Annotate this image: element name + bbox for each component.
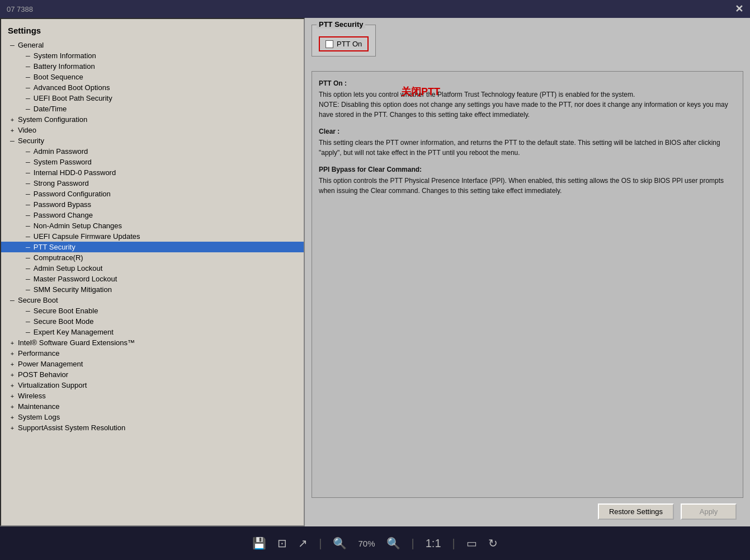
tree-label-battery-information: Battery Information: [34, 62, 95, 70]
tree-item-performance[interactable]: +Performance: [1, 348, 304, 359]
tree-label-post-behavior: POST Behavior: [18, 370, 68, 379]
tree-item-strong-password[interactable]: ─Strong Password: [1, 178, 304, 189]
dash-smm-security-mitigation: ─: [26, 286, 30, 293]
dash-password-bypass: ─: [26, 201, 30, 208]
tree-item-secure-boot[interactable]: ─Secure Boot: [1, 295, 304, 305]
save-icon[interactable]: 💾: [252, 537, 266, 550]
share-icon[interactable]: ↗: [298, 537, 308, 550]
tree-label-date-time: Date/Time: [34, 105, 67, 113]
expand-icon-intel-sge: +: [8, 340, 17, 346]
tree-item-intel-sge[interactable]: +Intel® Software Guard Extensions™: [1, 337, 304, 348]
tree-item-secure-boot-mode[interactable]: ─Secure Boot Mode: [1, 316, 304, 327]
divider-1: |: [319, 537, 322, 550]
one-to-one-icon[interactable]: 1:1: [426, 537, 441, 550]
dash-secure-boot-enable: ─: [26, 308, 30, 314]
tree-label-system-logs: System Logs: [18, 413, 60, 421]
tree-label-password-configuration: Password Configuration: [34, 190, 111, 198]
tree-item-wireless[interactable]: +Wireless: [1, 390, 304, 401]
tree-label-uefi-capsule-firmware-updates: UEFI Capsule Firmware Updates: [34, 232, 140, 241]
dash-admin-password: ─: [26, 148, 30, 155]
restore-settings-button[interactable]: Restore Settings: [598, 503, 674, 520]
tree-item-system-information[interactable]: ─System Information: [1, 50, 304, 61]
ptt-security-group: PTT Security PTT On: [312, 25, 376, 57]
desc-text: This option controls the PTT Physical Pr…: [319, 176, 736, 196]
expand-icon-video: +: [8, 127, 17, 134]
tree-item-non-admin-setup-changes[interactable]: ─Non-Admin Setup Changes: [1, 220, 304, 231]
tree-label-non-admin-setup-changes: Non-Admin Setup Changes: [34, 222, 122, 230]
tree-item-uefi-boot-path-security[interactable]: ─UEFI Boot Path Security: [1, 93, 304, 103]
desc-section: PPI Bypass for Clear Command: This optio…: [319, 164, 736, 196]
desc-title: PPI Bypass for Clear Command:: [319, 164, 736, 175]
desc-text: This setting clears the PTT owner inform…: [319, 138, 736, 158]
tree-item-system-password[interactable]: ─System Password: [1, 157, 304, 167]
desc-title: PTT On :: [319, 78, 736, 88]
tree-item-internal-hdd-0-password[interactable]: ─Internal HDD-0 Password: [1, 167, 304, 178]
tree-item-security[interactable]: ─Security: [1, 135, 304, 146]
tree-item-master-password-lockout[interactable]: ─Master Password Lockout: [1, 274, 304, 284]
tree-item-date-time[interactable]: ─Date/Time: [1, 103, 304, 114]
expand-icon-performance: +: [8, 350, 17, 357]
tree-label-password-bypass: Password Bypass: [34, 200, 91, 209]
dash-non-admin-setup-changes: ─: [26, 223, 30, 229]
settings-title: Settings: [1, 23, 304, 37]
tree-item-password-configuration[interactable]: ─Password Configuration: [1, 189, 304, 199]
tree-item-expert-key-management[interactable]: ─Expert Key Management: [1, 327, 304, 337]
tree-item-advanced-boot-options[interactable]: ─Advanced Boot Options: [1, 82, 304, 93]
tree-item-virtualization-support[interactable]: +Virtualization Support: [1, 380, 304, 390]
desc-section: Clear : This setting clears the PTT owne…: [319, 126, 736, 158]
refresh-icon[interactable]: ↻: [488, 537, 498, 550]
zoom-out-icon[interactable]: 🔍: [333, 537, 347, 550]
tree-item-admin-password[interactable]: ─Admin Password: [1, 146, 304, 157]
zoom-in-icon[interactable]: 🔍: [386, 537, 400, 550]
tree-item-maintenance[interactable]: +Maintenance: [1, 401, 304, 412]
apply-button[interactable]: Apply: [681, 503, 737, 520]
content-panel: PTT Security PTT On 关闭PTT PTT On : This …: [305, 18, 750, 526]
tree-item-power-management[interactable]: +Power Management: [1, 359, 304, 369]
tree-item-general[interactable]: ─General: [1, 40, 304, 50]
tree-item-password-bypass[interactable]: ─Password Bypass: [1, 199, 304, 210]
dash-password-change: ─: [26, 212, 30, 219]
tree-item-ptt-security[interactable]: ─PTT Security: [1, 242, 304, 252]
dash-internal-hdd-0-password: ─: [26, 170, 30, 176]
bios-window: Settings ─General─System Information─Bat…: [0, 18, 750, 526]
dash-secure-boot-mode: ─: [26, 318, 30, 325]
tree-item-uefi-capsule-firmware-updates[interactable]: ─UEFI Capsule Firmware Updates: [1, 231, 304, 242]
divider-2: |: [412, 537, 414, 550]
tree-item-system-configuration[interactable]: +System Configuration: [1, 114, 304, 125]
ptt-security-group-label: PTT Security: [317, 20, 365, 29]
expand-icon[interactable]: ⊡: [277, 537, 287, 550]
tree-item-smm-security-mitigation[interactable]: ─SMM Security Mitigation: [1, 284, 304, 295]
expand-icon-secure-boot: ─: [8, 297, 17, 304]
title-bar: 07 7388 ✕: [0, 0, 750, 18]
tree-label-admin-setup-lockout: Admin Setup Lockout: [34, 264, 103, 272]
ptt-on-checkbox-container[interactable]: PTT On: [319, 36, 369, 51]
tree-label-expert-key-management: Expert Key Management: [34, 328, 114, 336]
dash-date-time: ─: [26, 106, 30, 112]
tree-item-supportassist[interactable]: +SupportAssist System Resolution: [1, 422, 304, 433]
ptt-on-checkbox[interactable]: [326, 40, 333, 48]
expand-icon-post-behavior: +: [8, 371, 17, 378]
tree-item-admin-setup-lockout[interactable]: ─Admin Setup Lockout: [1, 263, 304, 274]
tree-item-system-logs[interactable]: +System Logs: [1, 412, 304, 422]
tree-item-computrace[interactable]: ─Computrace(R): [1, 252, 304, 263]
tree-label-secure-boot: Secure Boot: [18, 296, 58, 304]
taskbar: 💾 ⊡ ↗ | 🔍 70% 🔍 | 1:1 | ▭ ↻: [0, 526, 750, 560]
dash-admin-setup-lockout: ─: [26, 265, 30, 272]
expand-icon-supportassist: +: [8, 425, 17, 431]
desc-text: This option lets you control whether the…: [319, 90, 736, 120]
settings-panel[interactable]: Settings ─General─System Information─Bat…: [0, 18, 305, 526]
close-button[interactable]: ✕: [735, 3, 743, 15]
tree-label-admin-password: Admin Password: [34, 147, 88, 156]
tree-item-battery-information[interactable]: ─Battery Information: [1, 61, 304, 72]
tree-label-secure-boot-mode: Secure Boot Mode: [34, 317, 94, 326]
dash-password-configuration: ─: [26, 191, 30, 197]
tree-item-video[interactable]: +Video: [1, 125, 304, 135]
fit-icon[interactable]: ▭: [466, 537, 477, 550]
tree-item-secure-boot-enable[interactable]: ─Secure Boot Enable: [1, 305, 304, 316]
tree-item-boot-sequence[interactable]: ─Boot Sequence: [1, 72, 304, 82]
tree-item-post-behavior[interactable]: +POST Behavior: [1, 369, 304, 380]
tree-item-password-change[interactable]: ─Password Change: [1, 210, 304, 220]
dash-computrace: ─: [26, 255, 30, 261]
tree-label-security: Security: [18, 137, 44, 145]
expand-icon-system-configuration: +: [8, 116, 17, 123]
